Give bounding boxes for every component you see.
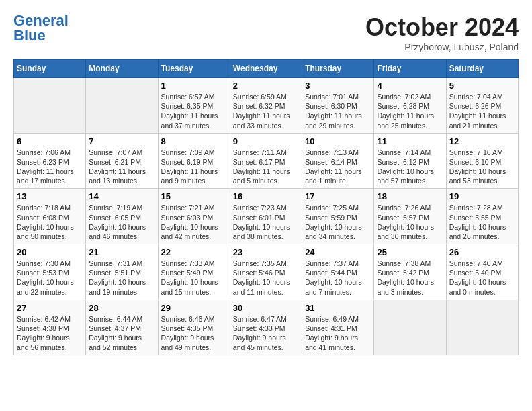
day-number: 26 — [449, 247, 515, 257]
day-number: 3 — [305, 81, 371, 91]
day-info: Sunrise: 6:42 AM Sunset: 4:38 PM Dayligh… — [17, 314, 83, 353]
header-wednesday: Wednesday — [230, 60, 302, 78]
day-info: Sunrise: 7:26 AM Sunset: 5:57 PM Dayligh… — [377, 203, 443, 241]
day-info: Sunrise: 7:28 AM Sunset: 5:55 PM Dayligh… — [449, 203, 515, 241]
week-row-3: 13Sunrise: 7:18 AM Sunset: 6:08 PM Dayli… — [14, 189, 519, 244]
header-sunday: Sunday — [14, 60, 86, 78]
month-year-title: October 2024 — [365, 13, 519, 42]
week-row-2: 6Sunrise: 7:06 AM Sunset: 6:23 PM Daylig… — [14, 133, 519, 189]
day-info: Sunrise: 7:38 AM Sunset: 5:42 PM Dayligh… — [377, 259, 443, 297]
day-info: Sunrise: 7:33 AM Sunset: 5:49 PM Dayligh… — [161, 259, 227, 297]
day-number: 10 — [305, 136, 371, 146]
logo-text: General — [13, 12, 69, 29]
calendar-cell: 19Sunrise: 7:28 AM Sunset: 5:55 PM Dayli… — [446, 189, 518, 244]
day-info: Sunrise: 6:49 AM Sunset: 4:31 PM Dayligh… — [305, 314, 371, 353]
day-number: 31 — [305, 303, 371, 313]
day-number: 20 — [17, 247, 83, 257]
calendar-cell: 6Sunrise: 7:06 AM Sunset: 6:23 PM Daylig… — [14, 133, 86, 189]
day-number: 14 — [89, 191, 154, 201]
day-number: 18 — [377, 191, 443, 201]
day-info: Sunrise: 7:35 AM Sunset: 5:46 PM Dayligh… — [233, 259, 299, 297]
day-info: Sunrise: 6:57 AM Sunset: 6:35 PM Dayligh… — [161, 92, 227, 130]
calendar-cell: 16Sunrise: 7:23 AM Sunset: 6:01 PM Dayli… — [230, 189, 302, 244]
header-saturday: Saturday — [446, 60, 518, 78]
calendar-cell: 3Sunrise: 7:01 AM Sunset: 6:30 PM Daylig… — [302, 78, 374, 134]
day-info: Sunrise: 6:59 AM Sunset: 6:32 PM Dayligh… — [233, 92, 299, 130]
day-info: Sunrise: 6:47 AM Sunset: 4:33 PM Dayligh… — [233, 314, 299, 353]
day-info: Sunrise: 7:40 AM Sunset: 5:40 PM Dayligh… — [449, 259, 515, 297]
calendar-cell: 14Sunrise: 7:19 AM Sunset: 6:05 PM Dayli… — [86, 189, 158, 244]
calendar-cell: 15Sunrise: 7:21 AM Sunset: 6:03 PM Dayli… — [158, 189, 230, 244]
weekday-header-row: SundayMondayTuesdayWednesdayThursdayFrid… — [14, 60, 519, 78]
day-info: Sunrise: 7:31 AM Sunset: 5:51 PM Dayligh… — [89, 259, 154, 297]
day-info: Sunrise: 7:14 AM Sunset: 6:12 PM Dayligh… — [377, 148, 443, 186]
day-info: Sunrise: 7:18 AM Sunset: 6:08 PM Dayligh… — [17, 203, 83, 241]
day-number: 25 — [377, 247, 443, 257]
day-number: 4 — [377, 81, 443, 91]
day-number: 30 — [233, 303, 299, 313]
calendar-cell — [446, 300, 518, 355]
day-number: 1 — [161, 81, 227, 91]
calendar-cell: 8Sunrise: 7:09 AM Sunset: 6:19 PM Daylig… — [158, 133, 230, 189]
calendar-cell: 13Sunrise: 7:18 AM Sunset: 6:08 PM Dayli… — [14, 189, 86, 244]
calendar-cell: 28Sunrise: 6:44 AM Sunset: 4:37 PM Dayli… — [86, 300, 158, 355]
day-number: 17 — [305, 191, 371, 201]
logo: General Blue — [13, 13, 69, 43]
day-number: 5 — [449, 81, 515, 91]
header-thursday: Thursday — [302, 60, 374, 78]
calendar-cell: 1Sunrise: 6:57 AM Sunset: 6:35 PM Daylig… — [158, 78, 230, 134]
day-info: Sunrise: 7:04 AM Sunset: 6:26 PM Dayligh… — [449, 92, 515, 130]
day-info: Sunrise: 7:01 AM Sunset: 6:30 PM Dayligh… — [305, 92, 371, 130]
calendar-cell: 26Sunrise: 7:40 AM Sunset: 5:40 PM Dayli… — [446, 244, 518, 300]
calendar-cell: 20Sunrise: 7:30 AM Sunset: 5:53 PM Dayli… — [14, 244, 86, 300]
day-info: Sunrise: 7:11 AM Sunset: 6:17 PM Dayligh… — [233, 148, 299, 186]
calendar-cell: 27Sunrise: 6:42 AM Sunset: 4:38 PM Dayli… — [14, 300, 86, 355]
day-number: 15 — [161, 191, 227, 201]
calendar-cell: 2Sunrise: 6:59 AM Sunset: 6:32 PM Daylig… — [230, 78, 302, 134]
day-info: Sunrise: 7:06 AM Sunset: 6:23 PM Dayligh… — [17, 148, 83, 186]
day-number: 11 — [377, 136, 443, 146]
calendar-cell: 23Sunrise: 7:35 AM Sunset: 5:46 PM Dayli… — [230, 244, 302, 300]
calendar-cell: 30Sunrise: 6:47 AM Sunset: 4:33 PM Dayli… — [230, 300, 302, 355]
logo-blue-text: Blue — [13, 28, 46, 43]
day-number: 16 — [233, 191, 299, 201]
calendar-cell: 5Sunrise: 7:04 AM Sunset: 6:26 PM Daylig… — [446, 78, 518, 134]
day-info: Sunrise: 7:25 AM Sunset: 5:59 PM Dayligh… — [305, 203, 371, 241]
header-friday: Friday — [374, 60, 446, 78]
day-info: Sunrise: 7:37 AM Sunset: 5:44 PM Dayligh… — [305, 259, 371, 297]
header-monday: Monday — [86, 60, 158, 78]
day-info: Sunrise: 7:09 AM Sunset: 6:19 PM Dayligh… — [161, 148, 227, 186]
bird-icon — [60, 0, 74, 1]
day-number: 6 — [17, 136, 83, 146]
day-info: Sunrise: 7:16 AM Sunset: 6:10 PM Dayligh… — [449, 148, 515, 186]
day-number: 12 — [449, 136, 515, 146]
week-row-4: 20Sunrise: 7:30 AM Sunset: 5:53 PM Dayli… — [14, 244, 519, 300]
calendar-cell: 21Sunrise: 7:31 AM Sunset: 5:51 PM Dayli… — [86, 244, 158, 300]
calendar-cell: 17Sunrise: 7:25 AM Sunset: 5:59 PM Dayli… — [302, 189, 374, 244]
day-info: Sunrise: 7:21 AM Sunset: 6:03 PM Dayligh… — [161, 203, 227, 241]
day-number: 19 — [449, 191, 515, 201]
day-number: 28 — [89, 303, 154, 313]
day-number: 8 — [161, 136, 227, 146]
calendar-cell: 24Sunrise: 7:37 AM Sunset: 5:44 PM Dayli… — [302, 244, 374, 300]
calendar-cell: 9Sunrise: 7:11 AM Sunset: 6:17 PM Daylig… — [230, 133, 302, 189]
day-info: Sunrise: 7:02 AM Sunset: 6:28 PM Dayligh… — [377, 92, 443, 130]
page-header: General Blue October 2024 Przyborow, Lub… — [13, 13, 519, 52]
week-row-1: 1Sunrise: 6:57 AM Sunset: 6:35 PM Daylig… — [14, 78, 519, 134]
header-tuesday: Tuesday — [158, 60, 230, 78]
calendar-cell — [14, 78, 86, 134]
calendar-cell: 12Sunrise: 7:16 AM Sunset: 6:10 PM Dayli… — [446, 133, 518, 189]
calendar-table: SundayMondayTuesdayWednesdayThursdayFrid… — [13, 59, 519, 355]
day-info: Sunrise: 7:13 AM Sunset: 6:14 PM Dayligh… — [305, 148, 371, 186]
calendar-cell: 7Sunrise: 7:07 AM Sunset: 6:21 PM Daylig… — [86, 133, 158, 189]
day-number: 9 — [233, 136, 299, 146]
day-info: Sunrise: 7:23 AM Sunset: 6:01 PM Dayligh… — [233, 203, 299, 241]
day-info: Sunrise: 7:07 AM Sunset: 6:21 PM Dayligh… — [89, 148, 154, 186]
day-number: 13 — [17, 191, 83, 201]
day-info: Sunrise: 7:19 AM Sunset: 6:05 PM Dayligh… — [89, 203, 154, 241]
day-number: 29 — [161, 303, 227, 313]
location-text: Przyborow, Lubusz, Poland — [365, 42, 519, 52]
day-info: Sunrise: 6:44 AM Sunset: 4:37 PM Dayligh… — [89, 314, 154, 353]
calendar-cell: 29Sunrise: 6:46 AM Sunset: 4:35 PM Dayli… — [158, 300, 230, 355]
calendar-cell: 18Sunrise: 7:26 AM Sunset: 5:57 PM Dayli… — [374, 189, 446, 244]
